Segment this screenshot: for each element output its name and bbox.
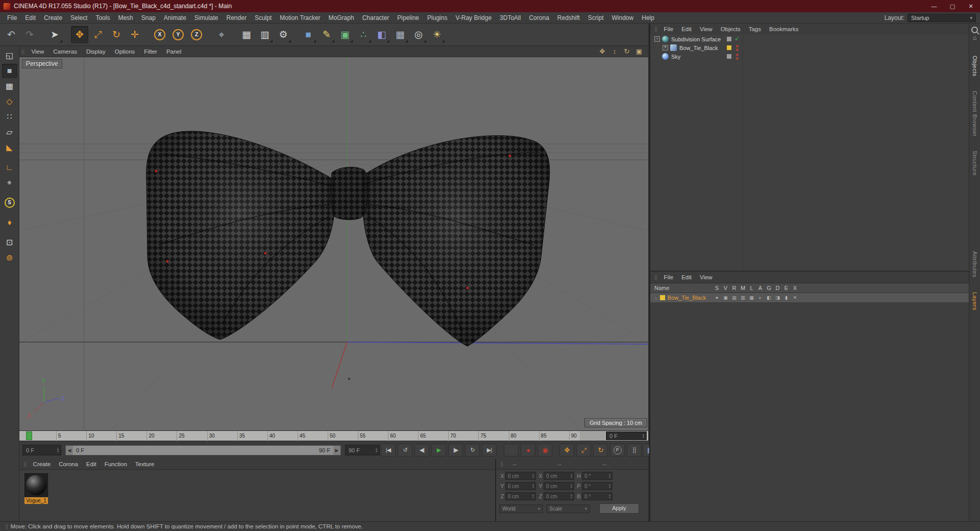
- perspective-viewport[interactable]: Y Z X Perspective Grid Spacing : 10 cm: [19, 57, 648, 430]
- menubar-item[interactable]: Redshift: [553, 14, 584, 21]
- material-menu-item[interactable]: Create: [29, 461, 55, 467]
- rotation-field[interactable]: 0 ° ▲▼: [582, 472, 612, 480]
- menubar-item[interactable]: Sculpt: [251, 14, 276, 21]
- material-name[interactable]: Vogue_1: [24, 497, 48, 504]
- position-field[interactable]: 0 cm ▲▼: [505, 492, 536, 500]
- orbit-view-button[interactable]: ↻: [621, 47, 632, 56]
- rotation-snap-button[interactable]: ⊚: [2, 251, 17, 265]
- size-field[interactable]: 0 cm ▲▼: [544, 492, 574, 500]
- layer-solo-toggle[interactable]: ●: [713, 295, 721, 300]
- material-thumbnail[interactable]: [24, 473, 48, 497]
- menubar-item[interactable]: Help: [638, 14, 658, 21]
- layer-manager-menu-item[interactable]: View: [696, 274, 717, 280]
- object-manager-menu-item[interactable]: Objects: [717, 26, 745, 32]
- object-name[interactable]: Bow_Tie_Black: [679, 45, 718, 51]
- viewport-menu-item[interactable]: Filter: [139, 49, 162, 55]
- material-menu-item[interactable]: Function: [101, 461, 131, 467]
- layer-chip[interactable]: [727, 45, 731, 50]
- model-mode-button[interactable]: ■: [2, 64, 17, 78]
- object-row[interactable]: + Bow_Tie_Black ✓: [650, 43, 969, 52]
- camera-button[interactable]: ◎: [410, 26, 427, 43]
- goto-start-button[interactable]: |◀: [381, 444, 396, 456]
- lock-z-axis-button[interactable]: Z: [188, 26, 205, 43]
- material-item[interactable]: Vogue_1: [24, 473, 48, 504]
- menubar-item[interactable]: Motion Tracker: [276, 14, 324, 21]
- object-manager-menu-item[interactable]: Edit: [677, 26, 696, 32]
- coordinates-column-header[interactable]: --: [596, 461, 641, 467]
- rotate-tool-button[interactable]: ↻: [108, 26, 125, 43]
- layer-expressions-toggle[interactable]: ▮: [782, 295, 791, 300]
- layer-animation-toggle[interactable]: ◐: [756, 295, 765, 300]
- dock-tab[interactable]: Content Browser: [972, 91, 978, 136]
- last-tool-button[interactable]: ✛: [126, 26, 143, 43]
- object-row[interactable]: - Subdivision Surface ✓: [650, 35, 969, 43]
- menubar-item[interactable]: Corona: [525, 14, 553, 21]
- bow-tie-model[interactable]: [146, 131, 550, 346]
- scale-dropdown[interactable]: Scale ▾: [546, 504, 590, 513]
- coordinate-system-button[interactable]: ⌖: [213, 26, 230, 43]
- next-frame-button[interactable]: |▶: [448, 444, 463, 456]
- expander-icon[interactable]: +: [663, 45, 668, 51]
- layer-render-toggle[interactable]: ▤: [730, 295, 739, 300]
- layer-chip[interactable]: [727, 37, 731, 41]
- object-manager-menu-item[interactable]: View: [696, 26, 717, 32]
- layer-manager-toggle[interactable]: ▥: [739, 295, 747, 300]
- mograph-cloner-button[interactable]: ∴: [355, 26, 372, 43]
- live-selection-button[interactable]: ➤: [46, 26, 63, 43]
- size-field[interactable]: 0 cm ▲▼: [544, 472, 574, 480]
- frame-number-field[interactable]: 0 F ▲▼: [22, 445, 61, 455]
- menubar-item[interactable]: Plugins: [423, 14, 451, 21]
- menubar-item[interactable]: Tools: [91, 14, 114, 21]
- timeline-ruler[interactable]: 051015202530354045505560657075808590 0 F…: [19, 430, 648, 441]
- world-dropdown[interactable]: World ▾: [499, 504, 543, 513]
- object-row[interactable]: Sky ✓: [650, 52, 969, 61]
- search-icon[interactable]: [971, 27, 978, 33]
- playhead[interactable]: [26, 431, 32, 440]
- object-manager-menu-item[interactable]: Bookmarks: [765, 26, 803, 32]
- points-mode-button[interactable]: ∷: [2, 110, 17, 124]
- position-field[interactable]: 0 cm ▲▼: [505, 482, 536, 490]
- layer-name[interactable]: Bow_Tie_Black: [668, 295, 706, 301]
- material-menu-item[interactable]: Edit: [82, 461, 101, 467]
- layer-generators-toggle[interactable]: ◧: [765, 295, 773, 300]
- render-settings-button[interactable]: ⚙: [275, 26, 292, 43]
- record-motion-button[interactable]: ◌: [504, 444, 519, 456]
- floor-environment-button[interactable]: ▦: [391, 26, 409, 43]
- material-menu-item[interactable]: Texture: [131, 461, 159, 467]
- rotation-field[interactable]: 0 ° ▲▼: [582, 492, 612, 500]
- size-field[interactable]: 0 cm ▲▼: [544, 482, 574, 490]
- make-editable-button[interactable]: ◱: [2, 49, 17, 63]
- polygons-mode-button[interactable]: ◣: [2, 140, 17, 155]
- menubar-item[interactable]: Snap: [137, 14, 160, 21]
- loop-playback-button[interactable]: ↻: [465, 444, 480, 456]
- layer-chip[interactable]: [727, 54, 731, 59]
- goto-end-button[interactable]: ▶|: [482, 444, 497, 456]
- add-cube-button[interactable]: ■: [300, 26, 317, 43]
- menubar-item[interactable]: Pipeline: [393, 14, 423, 21]
- menubar-item[interactable]: MoGraph: [325, 14, 358, 21]
- viewport-menu-item[interactable]: View: [27, 49, 49, 55]
- home-icon[interactable]: ⌂: [973, 34, 976, 41]
- lock-y-axis-button[interactable]: Y: [169, 26, 187, 43]
- pan-view-button[interactable]: ✥: [597, 47, 608, 56]
- object-name[interactable]: Sky: [671, 54, 680, 60]
- dock-tab[interactable]: Layers: [972, 292, 978, 310]
- rotation-field[interactable]: 0 ° ▲▼: [582, 482, 612, 490]
- object-manager-menu-item[interactable]: File: [660, 26, 678, 32]
- scale-tool-button[interactable]: ⤢: [89, 26, 107, 43]
- panel-grip[interactable]: ⣿: [21, 49, 25, 54]
- menubar-item[interactable]: Window: [608, 14, 638, 21]
- render-view-button[interactable]: ▦: [238, 26, 255, 43]
- menubar-item[interactable]: Create: [40, 14, 66, 21]
- toggle-view-button[interactable]: ▣: [633, 47, 645, 56]
- viewport-menu-item[interactable]: Cameras: [48, 49, 82, 55]
- panel-grip[interactable]: ⣿: [654, 275, 658, 280]
- layer-manager-menu-item[interactable]: File: [660, 274, 678, 280]
- redo-button[interactable]: ↷: [21, 26, 38, 43]
- layer-lock-toggle[interactable]: ▦: [747, 295, 756, 300]
- coordinates-column-header[interactable]: --: [506, 461, 551, 467]
- key-rotation-button[interactable]: ↻: [593, 444, 608, 456]
- menubar-item[interactable]: Animate: [160, 14, 190, 21]
- layer-visible-toggle[interactable]: ▣: [721, 295, 730, 300]
- record-keyframe-button[interactable]: ●: [521, 444, 535, 456]
